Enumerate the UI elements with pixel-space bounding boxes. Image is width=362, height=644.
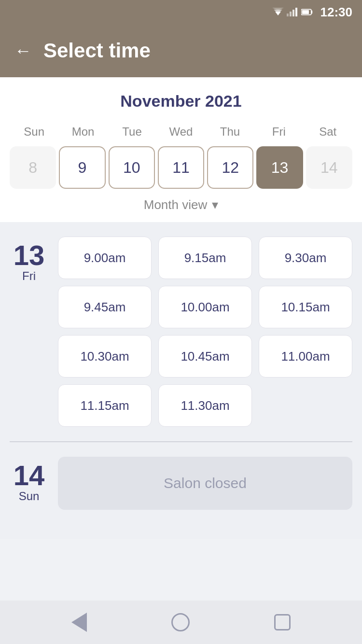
- time-slot-1100am[interactable]: 11.00am: [259, 335, 352, 378]
- day-section-13: 13 Fri 9.00am 9.15am 9.30am 9.45am 10.00…: [10, 237, 352, 427]
- weekday-tue: Tue: [108, 122, 156, 141]
- weekday-fri: Fri: [254, 122, 303, 141]
- date-12[interactable]: 12: [207, 146, 253, 189]
- status-time: 12:30: [320, 5, 353, 20]
- month-view-toggle[interactable]: Month view ▾: [10, 197, 352, 212]
- time-slot-945am[interactable]: 9.45am: [58, 286, 152, 328]
- bottom-nav: [0, 601, 362, 644]
- nav-back-button[interactable]: [71, 613, 87, 632]
- day-number-14: 14: [14, 462, 45, 490]
- time-slot-930am[interactable]: 9.30am: [259, 237, 352, 279]
- time-slot-1015am[interactable]: 10.15am: [259, 286, 352, 328]
- date-11[interactable]: 11: [158, 146, 204, 189]
- time-slot-900am[interactable]: 9.00am: [58, 237, 152, 279]
- dates-row: 8 9 10 11 12 13 14: [10, 146, 352, 189]
- svg-rect-5: [292, 10, 294, 16]
- back-triangle-icon: [71, 613, 87, 632]
- time-slot-915am[interactable]: 9.15am: [158, 237, 252, 279]
- day-label-14: 14 Sun: [10, 457, 48, 510]
- day-name-13: Fri: [22, 269, 36, 283]
- svg-rect-8: [311, 11, 312, 14]
- calendar-section: November 2021 Sun Mon Tue Wed Thu Fri Sa…: [0, 77, 362, 222]
- svg-rect-4: [290, 12, 292, 16]
- time-slot-1115am[interactable]: 11.15am: [58, 384, 152, 427]
- date-10[interactable]: 10: [109, 146, 155, 189]
- day-label-13: 13 Fri: [10, 237, 48, 427]
- time-section: 13 Fri 9.00am 9.15am 9.30am 9.45am 10.00…: [0, 222, 362, 539]
- back-button[interactable]: ←: [14, 42, 32, 59]
- month-view-label: Month view: [144, 197, 208, 212]
- weekday-thu: Thu: [206, 122, 254, 141]
- chevron-down-icon: ▾: [212, 197, 218, 212]
- status-icons: [272, 8, 313, 16]
- weekday-row: Sun Mon Tue Wed Thu Fri Sat: [10, 122, 352, 141]
- section-divider: [10, 441, 352, 442]
- date-13[interactable]: 13: [256, 146, 303, 189]
- time-grid-13: 9.00am 9.15am 9.30am 9.45am 10.00am 10.1…: [58, 237, 352, 427]
- day-number-13: 13: [14, 241, 45, 269]
- battery-icon: [301, 8, 313, 16]
- weekday-mon: Mon: [58, 122, 107, 141]
- time-slot-1130am[interactable]: 11.30am: [158, 384, 252, 427]
- svg-marker-2: [272, 8, 284, 11]
- time-slot-1000am[interactable]: 10.00am: [158, 286, 252, 328]
- nav-home-button[interactable]: [171, 613, 190, 631]
- salon-closed-label: Salon closed: [164, 475, 247, 491]
- nav-recents-button[interactable]: [274, 614, 291, 630]
- svg-rect-3: [287, 14, 289, 16]
- date-8: 8: [10, 146, 56, 189]
- weekday-sat: Sat: [304, 122, 352, 141]
- signal-icon: [287, 8, 298, 16]
- weekday-sun: Sun: [10, 122, 58, 141]
- time-slot-1030am[interactable]: 10.30am: [58, 335, 152, 378]
- day-name-14: Sun: [19, 490, 40, 503]
- date-9[interactable]: 9: [59, 146, 105, 189]
- weekday-wed: Wed: [156, 122, 205, 141]
- time-slot-1045am[interactable]: 10.45am: [158, 335, 252, 378]
- date-14: 14: [306, 146, 352, 189]
- day-section-14: 14 Sun Salon closed: [10, 457, 352, 510]
- home-circle-icon: [171, 613, 190, 631]
- app-header: ← Select time: [0, 24, 362, 77]
- recents-rect-icon: [274, 614, 291, 630]
- page-title: Select time: [43, 39, 151, 62]
- month-year-title: November 2021: [10, 92, 352, 111]
- salon-closed-box: Salon closed: [58, 457, 352, 510]
- svg-rect-9: [302, 10, 308, 14]
- status-bar: 12:30: [0, 0, 362, 24]
- wifi-icon: [272, 8, 284, 16]
- svg-rect-6: [295, 8, 297, 16]
